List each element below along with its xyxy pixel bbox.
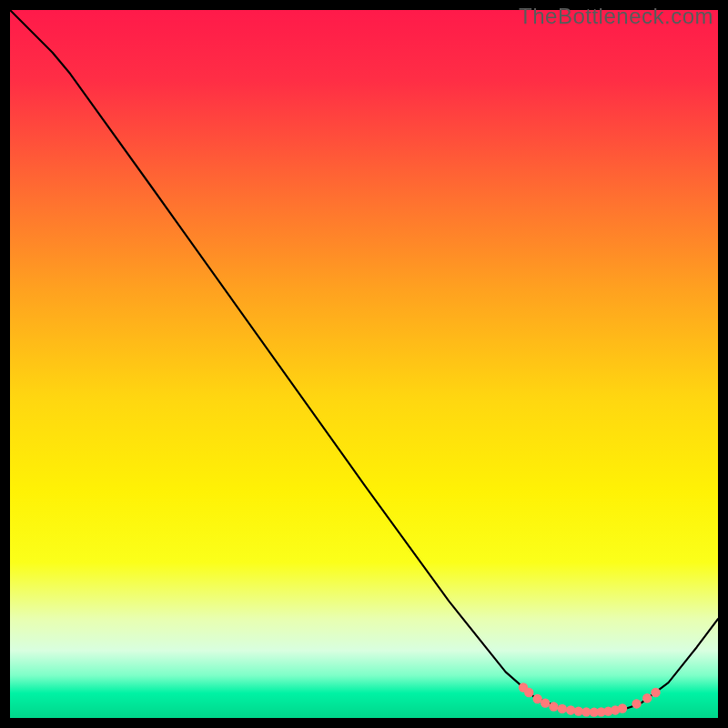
marker-dot: [558, 704, 567, 713]
bottleneck-curve: [10, 10, 718, 713]
marker-dot: [632, 699, 641, 708]
curve-markers: [519, 682, 661, 716]
marker-dot: [549, 702, 558, 711]
plot-area: [10, 10, 718, 718]
marker-dot: [524, 688, 533, 697]
marker-dot: [541, 698, 550, 707]
watermark-text: TheBottleneck.com: [519, 4, 713, 29]
marker-dot: [642, 693, 652, 703]
marker-dot: [651, 688, 660, 697]
marker-dot: [618, 703, 627, 713]
curve-layer: [10, 10, 718, 718]
